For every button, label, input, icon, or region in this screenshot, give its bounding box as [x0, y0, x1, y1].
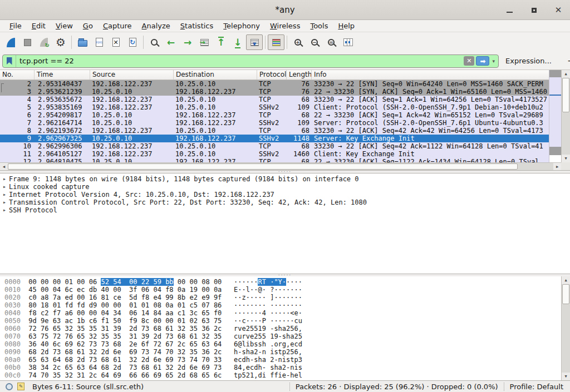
packet-row[interactable]: 82.962193672192.168.122.23710.25.0.10TCP…: [0, 127, 561, 135]
column-header-time[interactable]: Time: [35, 70, 90, 80]
scrollbar-thumb[interactable]: [562, 78, 569, 112]
column-header-no[interactable]: No.: [0, 70, 35, 80]
minimize-button[interactable]: [503, 4, 515, 16]
zoom-in-button[interactable]: +: [289, 34, 306, 50]
zoom-reset-button[interactable]: =: [323, 34, 340, 50]
packet-row[interactable]: 52.953835169192.168.122.23710.25.0.10SSH…: [0, 103, 561, 111]
filter-clear-button[interactable]: ✕: [464, 56, 474, 66]
save-file-button[interactable]: [91, 34, 107, 50]
detail-line[interactable]: ▸Frame 9: 1148 bytes on wire (9184 bits)…: [0, 175, 570, 183]
expand-arrow-icon[interactable]: ▸: [0, 206, 9, 214]
hex-row[interactable]: 00c0 74 70 35 32 31 2c 64 69 66 66 69 65…: [0, 371, 570, 379]
hex-row[interactable]: 0080 36 40 6c 69 62 73 73 68 2e 6f 72 67…: [0, 340, 570, 348]
hex-row[interactable]: 0040 f8 c2 f7 a6 00 00 04 34 06 14 84 aa…: [0, 309, 570, 317]
zoom-out-button[interactable]: −: [306, 34, 323, 50]
hex-row[interactable]: 0010 45 00 04 6c ec db 40 00 3f 06 04 f8…: [0, 286, 570, 294]
display-filter-input[interactable]: tcp.port == 22 ✕ ➡ ▾: [2, 54, 499, 68]
hex-row[interactable]: 0000 00 00 00 01 00 06 52 54 00 22 59 bb…: [0, 278, 570, 286]
packet-row[interactable]: 42.953635672192.168.122.23710.25.0.10TCP…: [0, 96, 561, 103]
ascii-char: p: [238, 371, 242, 379]
scroll-down-arrow-icon[interactable]: ▼: [562, 155, 570, 162]
expand-arrow-icon[interactable]: ▸: [0, 199, 9, 206]
menu-item-wireless[interactable]: Wireless: [265, 20, 305, 32]
scroll-right-arrow-icon[interactable]: ▶: [553, 163, 561, 170]
scroll-left-arrow-icon[interactable]: ◀: [0, 163, 8, 170]
packet-row[interactable]: 22.953140437192.168.122.23710.25.0.10TCP…: [0, 80, 561, 88]
hex-row[interactable]: 0020 c0 a8 7a ed 00 16 81 ce 5d f8 e4 99…: [0, 294, 570, 301]
go-first-button[interactable]: ↑: [213, 34, 229, 50]
detail-line[interactable]: ▸Internet Protocol Version 4, Src: 10.25…: [0, 191, 570, 199]
column-header-destination[interactable]: Destination: [174, 70, 257, 80]
find-packet-button[interactable]: [146, 34, 163, 50]
hex-row[interactable]: 00a0 65 63 64 68 2d 73 68 61 32 2d 6e 69…: [0, 356, 570, 364]
hex-row[interactable]: 0060 72 76 65 32 35 35 31 39 2d 73 68 61…: [0, 325, 570, 333]
detail-line[interactable]: ▸Linux cooked capture: [0, 183, 570, 191]
scrollbar-thumb[interactable]: [8, 163, 518, 170]
reload-file-button[interactable]: [124, 34, 141, 50]
close-file-button[interactable]: [107, 34, 124, 50]
detail-line[interactable]: ▸Transmission Control Protocol, Src Port…: [0, 199, 570, 206]
packet-row[interactable]: 92.96296732510.25.0.10192.168.122.237SSH…: [0, 135, 561, 142]
auto-scroll-button[interactable]: [246, 34, 263, 50]
packet-list-horizontal-scrollbar[interactable]: ◀ ▶: [0, 162, 561, 170]
capture-comment-icon[interactable]: ✎: [17, 383, 24, 390]
filter-bookmark-button[interactable]: [3, 55, 16, 67]
bytes-vertical-scrollbar[interactable]: ▲ ▼: [561, 276, 570, 380]
packet-row[interactable]: 122.96481047510.25.0.10192.168.122.237TC…: [0, 158, 561, 162]
close-button[interactable]: ✕: [552, 4, 564, 16]
restart-capture-button[interactable]: [36, 34, 52, 50]
column-header-source[interactable]: Source: [90, 70, 174, 80]
go-back-button[interactable]: ←: [163, 34, 179, 50]
packet-row[interactable]: 62.95420981710.25.0.10192.168.122.237TCP…: [0, 111, 561, 119]
packet-row[interactable]: 102.962996306192.168.122.23710.25.0.10TC…: [0, 142, 561, 150]
scroll-up-arrow-icon[interactable]: ▲: [562, 276, 570, 284]
hex-row[interactable]: 0090 68 2d 73 68 61 32 2d 6e 69 73 74 70…: [0, 348, 570, 356]
detail-line[interactable]: ▸SSH Protocol: [0, 206, 570, 214]
packet-row[interactable]: 32.95362123910.25.0.10192.168.122.237TCP…: [0, 88, 561, 96]
hex-row[interactable]: 00b0 38 34 2c 65 63 64 68 2d 73 68 61 32…: [0, 364, 570, 371]
go-to-packet-button[interactable]: [196, 34, 213, 50]
scroll-down-arrow-icon[interactable]: ▼: [562, 373, 570, 380]
menu-item-capture[interactable]: Capture: [98, 20, 137, 32]
capture-options-button[interactable]: [52, 34, 69, 50]
go-last-button[interactable]: ↓: [229, 34, 246, 50]
menu-item-telephony[interactable]: Telephony: [218, 20, 265, 32]
packet-row[interactable]: 72.96216471410.25.0.10192.168.122.237SSH…: [0, 119, 561, 127]
expand-arrow-icon[interactable]: ▸: [0, 183, 9, 191]
expression-button[interactable]: Expression...: [505, 57, 552, 65]
expand-arrow-icon[interactable]: ▸: [0, 175, 9, 183]
menu-item-file[interactable]: File: [4, 20, 27, 32]
scroll-up-arrow-icon[interactable]: ▲: [562, 70, 570, 78]
menu-item-help[interactable]: Help: [333, 20, 360, 32]
filter-apply-button[interactable]: ➡: [476, 56, 489, 66]
maximize-button[interactable]: [528, 4, 540, 16]
packet-list-minimap[interactable]: [549, 70, 561, 162]
stop-capture-button[interactable]: [19, 34, 36, 50]
menu-item-go[interactable]: Go: [78, 20, 98, 32]
expand-arrow-icon[interactable]: ▸: [0, 191, 9, 199]
menu-item-analyze[interactable]: Analyze: [137, 20, 175, 32]
add-filter-button[interactable]: +: [563, 56, 570, 66]
status-profile[interactable]: Profile: Default: [504, 383, 570, 391]
expert-info-icon[interactable]: [6, 383, 13, 390]
open-file-button[interactable]: [74, 34, 91, 50]
menu-item-statistics[interactable]: Statistics: [175, 20, 218, 32]
column-header-info[interactable]: Info: [312, 70, 570, 80]
column-header-length[interactable]: Length: [287, 70, 312, 80]
colorize-button[interactable]: [268, 34, 284, 50]
menu-item-view[interactable]: View: [51, 20, 78, 32]
menu-item-tools[interactable]: Tools: [305, 20, 333, 32]
filter-dropdown-caret-icon[interactable]: ▾: [491, 58, 498, 64]
filter-value[interactable]: tcp.port == 22: [16, 57, 464, 65]
column-header-protocol[interactable]: Protocol: [257, 70, 287, 80]
hex-row[interactable]: 0030 80 18 01 fd fd d9 00 00 01 01 08 0a…: [0, 301, 570, 309]
start-capture-button[interactable]: [2, 34, 19, 50]
resize-columns-button[interactable]: [340, 34, 356, 50]
hex-row[interactable]: 0050 9d 9e 63 ac 1b c6 f1 50 f9 8c 00 00…: [0, 317, 570, 325]
menu-item-edit[interactable]: Edit: [27, 20, 51, 32]
scrollbar-thumb[interactable]: [562, 284, 569, 304]
hex-row[interactable]: 0070 63 75 72 76 65 32 35 35 31 39 2d 73…: [0, 333, 570, 340]
go-forward-button[interactable]: →: [179, 34, 196, 50]
packet-row[interactable]: 112.964105127192.168.122.23710.25.0.10SS…: [0, 150, 561, 158]
packet-list-vertical-scrollbar[interactable]: ▲ ▼: [561, 70, 570, 162]
